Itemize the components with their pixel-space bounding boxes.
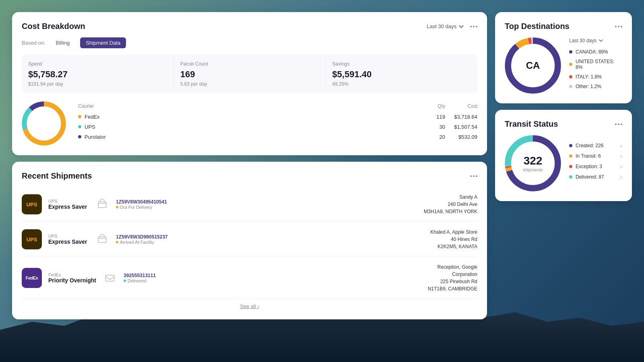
spend-value: $5,758.27 xyxy=(28,69,167,80)
legend-item-other: Other: 1.2% xyxy=(569,84,622,89)
destination-center-label: CA xyxy=(505,37,561,94)
purolator-qty: 20 xyxy=(425,134,445,140)
svg-rect-4 xyxy=(98,237,106,243)
recipient-address-3: 225 Pinebush Rd xyxy=(428,278,477,285)
cost-breakdown-header: Cost Breakdown Last 30 days xyxy=(22,22,477,31)
parcel-count-label: Parcel Count xyxy=(180,61,319,67)
cost-col-header: Cost xyxy=(445,103,477,109)
parcel-count-value: 169 xyxy=(180,69,319,80)
billing-tab[interactable]: Billing xyxy=(50,37,76,48)
purolator-cost: $532.09 xyxy=(445,134,477,140)
see-all-container: See all › xyxy=(22,302,477,310)
cost-breakdown-card: Cost Breakdown Last 30 days Based on: Bi… xyxy=(12,12,487,155)
created-chevron: › xyxy=(620,142,622,149)
cost-breakdown-menu[interactable] xyxy=(470,26,477,27)
based-on-row: Based on: Billing Shipment Data xyxy=(22,37,477,48)
transit-center-text: shipments xyxy=(523,167,543,172)
courier-col-header: Courier xyxy=(78,103,425,109)
carrier-label-3: FedEx xyxy=(48,272,96,277)
recipient-info-1: Sandy A 240 Delhi Ave M3H1A8, NORTH YORK xyxy=(424,193,477,215)
recent-shipments-title: Recent Shipments xyxy=(22,171,92,181)
recipient-address-2: 40 Hines Rd xyxy=(430,236,477,243)
shipment-item-3: FedEx FedEx Priority Overnight 392555313… xyxy=(22,257,477,299)
status-dot-3 xyxy=(124,280,126,282)
left-column: Cost Breakdown Last 30 days Based on: Bi… xyxy=(12,12,487,350)
tracking-icon-3 xyxy=(103,271,117,285)
destinations-donut-chart: CA xyxy=(505,37,561,94)
transit-exception[interactable]: Exception: 3 › xyxy=(569,163,622,170)
savings-sub: 49.26% xyxy=(332,81,471,87)
legend-item-canada: CANADA: 89% xyxy=(569,49,622,55)
fedex-dot xyxy=(78,115,81,118)
metrics-row: Spend $5,758.27 $191.94 per day Parcel C… xyxy=(22,55,477,93)
fedex-qty: 119 xyxy=(425,114,445,120)
status-dot-1 xyxy=(116,206,118,208)
us-label: UNITED STATES: 8% xyxy=(576,59,622,70)
carrier-info-3: FedEx Priority Overnight xyxy=(48,272,96,284)
delivered-dot xyxy=(569,175,572,179)
recipient-address-1: 240 Delhi Ave xyxy=(424,201,477,208)
transit-status-menu[interactable] xyxy=(615,123,622,125)
recipient-name-1: Sandy A xyxy=(424,193,477,201)
tracking-status-1: Out For Delivery xyxy=(116,205,417,210)
qty-col-header: Qty xyxy=(425,103,445,109)
tracking-icon-2 xyxy=(95,232,109,247)
transit-in-transit[interactable]: In Transit: 6 › xyxy=(569,153,622,159)
transit-created[interactable]: Created: 226 › xyxy=(569,142,622,149)
recent-shipments-menu[interactable] xyxy=(470,175,477,177)
period-label: Last 30 days xyxy=(427,23,456,29)
carrier-label-1: UPS xyxy=(48,199,89,204)
recipient-name3-2: Corporation xyxy=(428,271,477,278)
transit-body: 322 shipments Created: 226 › In Transit:… xyxy=(505,135,622,191)
savings-metric: Savings $5,591.40 49.26% xyxy=(326,55,477,93)
delivered-label: Delivered: 87 xyxy=(576,174,617,180)
ups-cost: $1,507.54 xyxy=(445,124,477,130)
ups-name: UPS xyxy=(85,124,425,130)
destinations-legend-area: Last 30 days CANADA: 89% UNITED STATES: xyxy=(569,38,622,93)
tracking-status-3: Delivered xyxy=(124,278,421,283)
transit-status-title: Transit Status xyxy=(505,119,558,129)
dest-chevron-icon xyxy=(599,39,603,42)
courier-row-purolator: Purolator 20 $532.09 xyxy=(78,134,477,140)
recent-shipments-card: Recent Shipments UPS UPS Express Saver xyxy=(12,162,487,319)
top-destinations-menu[interactable] xyxy=(615,26,622,27)
purolator-name: Purolator xyxy=(85,134,425,140)
spend-label: Spend xyxy=(28,61,167,67)
courier-row-ups: UPS 30 $1,507.54 xyxy=(78,124,477,130)
svg-rect-5 xyxy=(105,275,114,281)
see-all-link[interactable]: See all › xyxy=(240,303,259,309)
transit-center: 322 shipments xyxy=(505,135,561,191)
canada-dot xyxy=(569,50,572,53)
courier-section: Courier Qty Cost FedEx 119 $3,718.64 UPS… xyxy=(22,101,477,146)
savings-label: Savings xyxy=(332,61,471,67)
tracking-number-2: 1Z59V8W3D990515237 xyxy=(116,234,424,240)
other-label: Other: 1.2% xyxy=(576,84,601,89)
tracking-number-1: 1Z59V8W30495410541 xyxy=(116,199,417,205)
destinations-legend: CANADA: 89% UNITED STATES: 8% ITALY: 1.8… xyxy=(569,49,622,89)
status-text-3: Delivered xyxy=(128,278,146,283)
carrier-info-1: UPS Express Saver xyxy=(48,199,89,210)
status-dot-2 xyxy=(116,241,118,243)
in-transit-label: In Transit: 6 xyxy=(576,153,617,159)
destination-ca-label: CA xyxy=(526,60,540,71)
svg-rect-3 xyxy=(98,202,106,208)
based-on-label: Based on: xyxy=(22,40,45,46)
italy-label: ITALY: 1.8% xyxy=(576,74,602,80)
recipient-city-2: K2K2M5, KANATA xyxy=(430,243,477,250)
exception-chevron: › xyxy=(620,163,622,170)
transit-delivered[interactable]: Delivered: 87 › xyxy=(569,174,622,180)
courier-table: Courier Qty Cost FedEx 119 $3,718.64 UPS… xyxy=(78,103,477,144)
delivered-chevron: › xyxy=(620,174,622,180)
spend-metric: Spend $5,758.27 $191.94 per day xyxy=(22,55,174,93)
top-destinations-card: Top Destinations xyxy=(495,12,632,103)
recipient-city-1: M3H1A8, NORTH YORK xyxy=(424,208,477,215)
shipment-item-1: UPS UPS Express Saver 1Z59V8W30495410541 xyxy=(22,187,477,222)
legend-item-italy: ITALY: 1.8% xyxy=(569,74,622,80)
savings-value: $5,591.40 xyxy=(332,69,471,80)
shipment-data-tab[interactable]: Shipment Data xyxy=(80,37,126,48)
fedex-cost: $3,718.64 xyxy=(445,114,477,120)
tracking-info-2: 1Z59V8W3D990515237 Arrived At Facility xyxy=(116,234,424,245)
period-selector[interactable]: Last 30 days xyxy=(427,23,464,29)
see-all-chevron: › xyxy=(258,303,259,309)
recipient-info-3: Reception, Google Corporation 225 Pinebu… xyxy=(428,263,477,292)
